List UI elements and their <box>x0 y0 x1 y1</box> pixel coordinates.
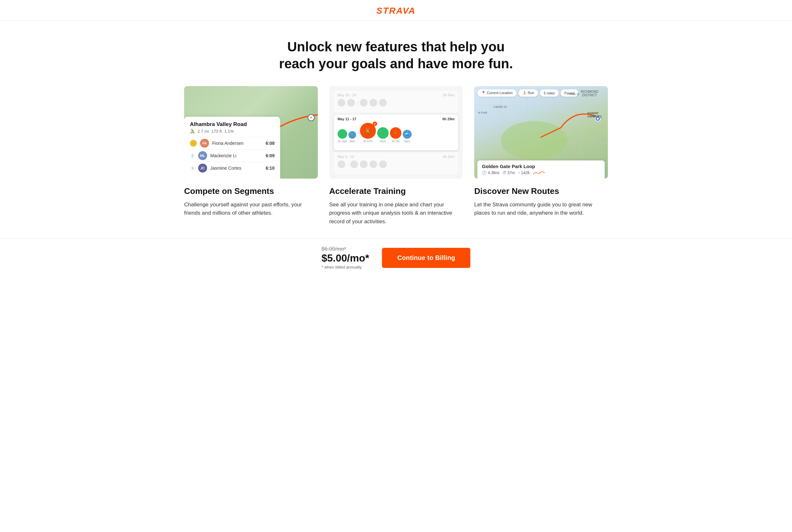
street-label: Anza St <box>569 93 579 96</box>
activity-bubble: 🏃 <box>377 127 389 139</box>
district-label: RICHMONDDISTRICT <box>581 90 598 97</box>
feature-training: May 18 - 24 3h 54m May 11 - <box>329 86 463 226</box>
activity-bubble <box>337 160 345 168</box>
old-price: $6.00/mo* <box>321 246 369 252</box>
leaderboard-row-2: 2 ML Mackenzie Li 6:09 <box>190 149 274 162</box>
athlete-time: 6:09 <box>265 153 274 158</box>
park-label: te Park <box>478 111 487 114</box>
per-mo-label: /mo* <box>347 252 369 264</box>
week-header: May 11 - 17 6h 29m <box>337 117 455 121</box>
activity-badge: 2 <box>373 121 377 126</box>
svg-point-8 <box>501 121 568 159</box>
route-info-card: Golden Gate Park Loop 🕐 4.38mi ⏱ 37m ↑ 1… <box>477 160 605 178</box>
feature-segments: ✕ Alhambra Valley Road 🚴 2.7 mi 173 ft 1… <box>184 86 318 226</box>
athlete-time: 6:08 <box>265 141 274 146</box>
athlete-name: Mackenzie Li <box>210 153 262 158</box>
filter-location[interactable]: 📍 Current Location <box>477 89 516 97</box>
week-header: May 18 - 24 3h 54m <box>337 93 455 97</box>
route-name: Golden Gate Park Loop <box>482 164 600 169</box>
feature-desc-routes: Let the Strava community guide you to gr… <box>474 201 608 217</box>
feature-title-training: Accelerate Training <box>329 186 463 196</box>
activity-bubble: 🚴 <box>348 131 356 139</box>
training-image: May 18 - 24 3h 54m May 11 - <box>329 86 463 178</box>
feature-desc-segments: Challenge yourself against your past eff… <box>184 201 318 217</box>
week-row-3: May 4 - 10 4h 16m <box>334 152 459 174</box>
week-row-1: May 18 - 24 3h 54m <box>334 91 459 113</box>
filter-distance[interactable]: 5 miles <box>540 89 559 97</box>
athlete-avatar: JC <box>198 164 207 173</box>
athlete-avatar: FA <box>200 139 209 148</box>
week-row-2: May 11 - 17 6h 29m 🏃 1h 16m 🚴 36m <box>334 114 459 150</box>
segment-name: Alhambra Valley Road <box>190 121 274 128</box>
header: STRAVA <box>0 0 792 21</box>
activity-bubble <box>369 160 377 168</box>
rank-number: 3 <box>190 166 195 171</box>
athlete-name: Jasmine Cortes <box>210 166 262 171</box>
athlete-name: Fiona Andersen <box>212 141 262 146</box>
rank-number: 2 <box>190 153 195 158</box>
segments-image: ✕ Alhambra Valley Road 🚴 2.7 mi 173 ft 1… <box>184 86 318 178</box>
activity-bubble <box>379 160 387 168</box>
activity-bubble <box>369 99 377 107</box>
activity-bubble <box>379 99 387 107</box>
cta-bar: $6.00/mo* $5.00 /mo* * when billed annua… <box>0 239 792 277</box>
hero-headline: Unlock new features that help you reach … <box>275 39 517 72</box>
route-stats: 🕐 4.38mi ⏱ 37m ↑ 142ft <box>482 170 600 175</box>
activity-bubble <box>337 99 345 107</box>
athlete-time: 6:10 <box>265 166 274 171</box>
segment-leaderboard-card: Alhambra Valley Road 🚴 2.7 mi 173 ft 1.1… <box>184 117 280 178</box>
leaderboard-row-3: 3 JC Jasmine Cortes 6:10 <box>190 162 274 174</box>
continue-to-billing-button[interactable]: Continue to Billing <box>382 248 471 268</box>
rank-medal: 👑 <box>190 140 197 147</box>
feature-desc-training: See all your training in one place and c… <box>329 201 463 226</box>
activity-bubble <box>360 160 368 168</box>
feature-title-routes: Discover New Routes <box>474 186 608 196</box>
activity-bubble <box>347 99 355 107</box>
route-filter-pills: 📍 Current Location 🏃 Run 5 miles Paved <box>477 89 578 97</box>
leaderboard-row-1: 👑 FA Fiona Andersen 6:08 <box>190 137 274 149</box>
hero-section: Unlock new features that help you reach … <box>0 21 792 86</box>
segment-stats: 🚴 2.7 mi 173 ft 1.1% <box>190 129 274 134</box>
activity-bubble: 🚴 2 <box>360 123 376 139</box>
filter-run[interactable]: 🏃 Run <box>518 89 538 97</box>
activity-bubble <box>350 160 358 168</box>
athlete-avatar: ML <box>198 151 207 160</box>
feature-routes: 📍 Current Location 🏃 Run 5 miles Paved G… <box>474 86 608 226</box>
week-header: May 4 - 10 4h 16m <box>337 155 455 158</box>
activity-bubble: 🚴 <box>390 127 401 139</box>
new-price: $5.00 <box>321 252 347 264</box>
activity-bubble <box>360 99 368 107</box>
neighborhood-label: HAIGHTASHBURY <box>587 112 602 118</box>
feature-title-segments: Compete on Segments <box>184 186 318 196</box>
routes-image: 📍 Current Location 🏃 Run 5 miles Paved G… <box>474 86 608 178</box>
activity-bubble: 🌊 <box>403 130 412 139</box>
activity-bubble: 🏃 <box>337 129 347 139</box>
features-section: ✕ Alhambra Valley Road 🚴 2.7 mi 173 ft 1… <box>173 86 619 239</box>
billing-note: * when billed annually <box>321 265 369 269</box>
pricing-block: $6.00/mo* $5.00 /mo* * when billed annua… <box>321 246 369 269</box>
street-label2: Cabrillo St <box>493 105 507 109</box>
strava-logo: STRAVA <box>376 6 416 16</box>
